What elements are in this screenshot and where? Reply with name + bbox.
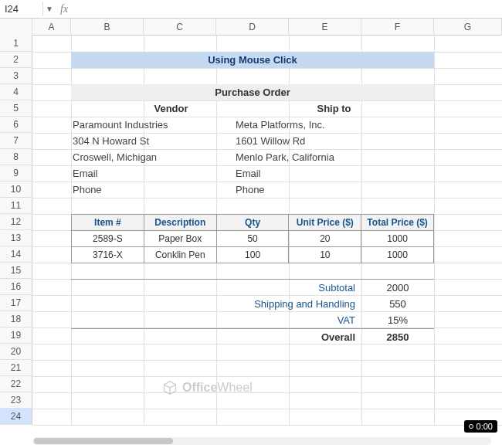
table-row: 2589-S Paper Box 50 20 1000	[72, 231, 434, 247]
row-header-12[interactable]: 12	[0, 214, 32, 230]
row-header-21[interactable]: 21	[0, 360, 32, 376]
row-header-4[interactable]: 4	[0, 84, 32, 100]
summary-section: Subtotal 2000 Shipping and Handling 550 …	[71, 279, 434, 344]
horizontal-scrollbar[interactable]	[32, 437, 491, 445]
row-header-5[interactable]: 5	[0, 100, 32, 117]
col-header-G[interactable]: G	[434, 19, 502, 36]
timer-badge: 0:00	[464, 420, 497, 433]
col-header-E[interactable]: E	[289, 19, 361, 36]
row-header-6[interactable]: 6	[0, 117, 32, 133]
cell-unit: 10	[289, 247, 361, 263]
column-headers: A B C D E F G	[0, 19, 502, 36]
overall-value: 2850	[361, 329, 434, 344]
cell-item: 2589-S	[72, 231, 144, 247]
cube-icon	[162, 380, 178, 395]
row-header-3[interactable]: 3	[0, 68, 32, 84]
watermark: OfficeWheel	[162, 380, 253, 395]
cell-qty: 100	[216, 247, 289, 263]
spreadsheet-grid: A B C D E F G 12345678910111213141516171…	[0, 19, 502, 425]
row-header-9[interactable]: 9	[0, 165, 32, 182]
shipto-city: Menlo Park, California	[234, 149, 434, 165]
timer-dot-icon	[469, 424, 473, 429]
select-all-cell[interactable]	[0, 19, 32, 36]
row-headers: 123456789101112131415161718192021222324	[0, 36, 32, 425]
row-header-13[interactable]: 13	[0, 230, 32, 246]
row-header-18[interactable]: 18	[0, 311, 32, 328]
cell-qty: 50	[216, 231, 289, 247]
scrollbar-thumb[interactable]	[34, 438, 173, 444]
overall-label: Overall	[71, 329, 361, 344]
watermark-suffix: Wheel	[217, 381, 252, 394]
subtotal-value: 2000	[361, 280, 434, 296]
row-header-23[interactable]: 23	[0, 392, 32, 409]
watermark-prefix: Office	[182, 381, 217, 394]
row-header-2[interactable]: 2	[0, 52, 32, 68]
cells-area[interactable]: Using Mouse Click Purchase Order Vendor …	[32, 36, 502, 425]
row-header-15[interactable]: 15	[0, 263, 32, 279]
shipping-label: Shipping and Handling	[71, 296, 361, 312]
sheet-content: Using Mouse Click Purchase Order Vendor …	[71, 52, 434, 344]
row-header-24[interactable]: 24	[0, 409, 32, 425]
shipping-value: 550	[361, 296, 434, 312]
row-header-16[interactable]: 16	[0, 279, 32, 295]
row-header-20[interactable]: 20	[0, 344, 32, 360]
th-desc: Description	[144, 215, 216, 231]
vendor-ship-section: Vendor Paramount Industries 304 N Howard…	[71, 100, 434, 198]
row-header-14[interactable]: 14	[0, 246, 32, 263]
vat-value: 15%	[361, 312, 434, 328]
row-header-8[interactable]: 8	[0, 149, 32, 165]
subtotal-label: Subtotal	[71, 280, 361, 296]
row-header-11[interactable]: 11	[0, 198, 32, 214]
row-header-19[interactable]: 19	[0, 328, 32, 344]
cell-desc: Conklin Pen	[144, 247, 216, 263]
table-row: 3716-X Conklin Pen 100 10 1000	[72, 247, 434, 263]
shipto-street: 1601 Willow Rd	[234, 133, 434, 149]
vat-label: VAT	[71, 312, 361, 328]
timer-value: 0:00	[477, 422, 493, 431]
row-header-17[interactable]: 17	[0, 295, 32, 311]
cell-unit: 20	[289, 231, 361, 247]
row-header-7[interactable]: 7	[0, 133, 32, 149]
shipto-name: Meta Platforms, Inc.	[234, 117, 434, 133]
col-header-B[interactable]: B	[71, 19, 144, 36]
shipto-label: Ship to	[234, 100, 434, 117]
col-header-D[interactable]: D	[216, 19, 289, 36]
fx-label: fx	[56, 3, 79, 15]
po-header: Purchase Order	[71, 84, 434, 100]
cell-total: 1000	[361, 247, 434, 263]
th-total: Total Price ($)	[361, 215, 434, 231]
name-box-dropdown-icon[interactable]: ▼	[43, 5, 56, 13]
name-box[interactable]: I24	[0, 2, 43, 16]
col-header-A[interactable]: A	[32, 19, 71, 36]
formula-bar: I24 ▼ fx	[0, 0, 502, 19]
th-item: Item #	[72, 215, 144, 231]
cell-desc: Paper Box	[144, 231, 216, 247]
row-header-1[interactable]: 1	[0, 36, 32, 52]
cell-item: 3716-X	[72, 247, 144, 263]
row-header-10[interactable]: 10	[0, 182, 32, 198]
row-header-22[interactable]: 22	[0, 376, 32, 392]
shipto-email: Email	[234, 165, 434, 182]
cell-total: 1000	[361, 231, 434, 247]
col-header-F[interactable]: F	[361, 19, 434, 36]
items-table: Item # Description Qty Unit Price ($) To…	[71, 214, 434, 263]
items-header-row: Item # Description Qty Unit Price ($) To…	[72, 215, 434, 231]
th-qty: Qty	[216, 215, 289, 231]
shipto-phone: Phone	[234, 182, 434, 198]
col-header-C[interactable]: C	[144, 19, 216, 36]
th-unit: Unit Price ($)	[289, 215, 361, 231]
title-band: Using Mouse Click	[71, 52, 434, 68]
